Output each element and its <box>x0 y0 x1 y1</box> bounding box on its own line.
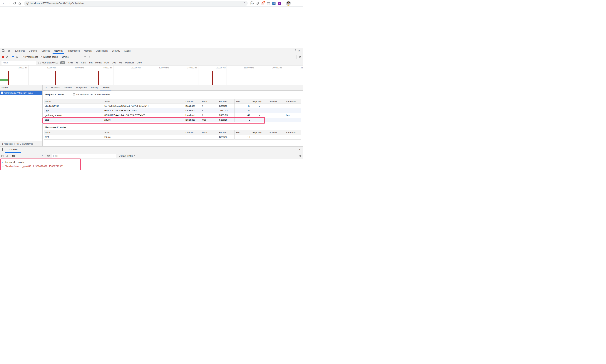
col-domain[interactable]: Domain <box>184 130 201 135</box>
network-settings-gear-icon[interactable] <box>298 56 301 58</box>
col-domain[interactable]: Domain <box>184 99 201 104</box>
sitemap-extension-icon[interactable] <box>261 2 264 5</box>
url-text[interactable]: localhost:45678/xss/writeCookie?httpOnly… <box>30 2 84 5</box>
cookie-row-test[interactable]: test zhuye localhost /xss Session 9 <box>44 118 301 122</box>
request-row-selected[interactable]: writeCookie?httpOnly=false <box>0 91 42 95</box>
col-samesite[interactable]: SameSite <box>285 99 301 104</box>
forward-icon[interactable]: → <box>7 1 12 6</box>
console-clear-icon[interactable] <box>6 155 8 157</box>
col-httponly[interactable]: HttpOnly <box>251 99 268 104</box>
tab-security[interactable]: Security <box>110 48 122 54</box>
col-size[interactable]: Size <box>235 99 251 104</box>
col-value[interactable]: Value <box>103 130 184 135</box>
search-icon[interactable] <box>16 56 18 58</box>
col-value[interactable]: Value <box>103 99 184 104</box>
device-toolbar-icon[interactable] <box>6 49 11 53</box>
tab-console[interactable]: Console <box>27 48 40 54</box>
col-expires[interactable]: Expires / ... <box>218 130 235 135</box>
detail-tab-headers[interactable]: Headers <box>49 85 62 91</box>
console-settings-gear-icon[interactable] <box>299 155 302 157</box>
tab-network[interactable]: Network <box>52 48 65 54</box>
tab-application[interactable]: Application <box>94 48 109 54</box>
tab-elements[interactable]: Elements <box>13 48 27 54</box>
back-icon[interactable]: ← <box>1 1 7 6</box>
filter-type-js[interactable]: JS <box>76 61 79 64</box>
tab-sources[interactable]: Sources <box>40 48 52 54</box>
requests-name-header[interactable]: Name <box>0 85 42 91</box>
col-path[interactable]: Path <box>201 99 218 104</box>
filter-funnel-icon[interactable] <box>12 56 14 58</box>
filter-type-ws[interactable]: WS <box>119 61 122 64</box>
disable-cache-checkbox[interactable] <box>40 56 42 58</box>
address-bar[interactable]: i localhost:45678/xss/writeCookie?httpOn… <box>24 1 248 6</box>
filter-type-doc[interactable]: Doc <box>112 61 116 64</box>
inspect-element-icon[interactable] <box>1 49 6 53</box>
tab-audits[interactable]: Audits <box>122 48 133 54</box>
filter-type-xhr[interactable]: XHR <box>68 61 73 64</box>
import-har-icon[interactable] <box>84 56 86 58</box>
col-expires[interactable]: Expires / ... <box>218 99 235 104</box>
console-sidebar-icon[interactable] <box>1 155 4 157</box>
shield-extension-icon[interactable] <box>256 2 259 5</box>
col-path[interactable]: Path <box>201 130 218 135</box>
detail-tab-timing[interactable]: Timing <box>89 85 100 91</box>
tab-performance[interactable]: Performance <box>65 48 82 54</box>
filter-type-css[interactable]: CSS <box>81 61 86 64</box>
live-expression-eye-icon[interactable] <box>47 155 50 157</box>
reload-icon[interactable] <box>12 1 17 6</box>
filter-type-all[interactable]: All <box>60 61 65 64</box>
timeline-handle[interactable] <box>0 66 0 70</box>
braces-extension-icon[interactable]: {…} <box>250 1 254 5</box>
throttling-select[interactable]: Online ▼ <box>61 56 81 58</box>
devtools-menu-icon[interactable] <box>295 49 296 52</box>
show-filtered-checkbox[interactable] <box>73 93 75 96</box>
col-httponly[interactable]: HttpOnly <box>251 130 268 135</box>
filter-type-manifest[interactable]: Manifest <box>125 61 134 64</box>
devtools-close-icon[interactable]: × <box>297 49 301 53</box>
filter-type-other[interactable]: Other <box>137 61 142 64</box>
col-size[interactable]: Size <box>235 130 251 135</box>
col-secure[interactable]: Secure <box>268 130 285 135</box>
profile-avatar[interactable] <box>286 1 291 6</box>
s-extension-icon[interactable]: S <box>272 2 276 5</box>
filter-type-media[interactable]: Media <box>95 61 102 64</box>
col-name[interactable]: Name <box>44 99 103 104</box>
bookmark-star-icon[interactable]: ☆ <box>243 1 246 5</box>
cookie-row-grafana-session[interactable]: grafana_session 00b65787a441a24ca18c915b… <box>44 113 301 118</box>
detail-tab-cookies[interactable]: Cookies <box>100 85 112 91</box>
clear-icon[interactable] <box>6 56 8 58</box>
detail-close-icon[interactable]: × <box>43 86 49 89</box>
export-har-icon[interactable] <box>88 56 91 58</box>
col-secure[interactable]: Secure <box>268 99 285 104</box>
preserve-log-checkbox[interactable] <box>22 56 25 58</box>
network-overview-timeline[interactable]: 20000 ms 40000 ms 60000 ms 80000 ms 1000… <box>0 65 303 85</box>
filter-type-font[interactable]: Font <box>104 61 109 64</box>
home-icon[interactable] <box>17 1 22 6</box>
tab-memory[interactable]: Memory <box>82 48 94 54</box>
col-name[interactable]: Name <box>44 130 103 135</box>
console-context-select[interactable]: top ▼ <box>12 155 43 157</box>
record-icon[interactable] <box>2 56 4 58</box>
disable-cache-control[interactable]: Disable cache <box>40 56 58 58</box>
col-samesite[interactable]: SameSite <box>285 130 301 135</box>
console-filter-input[interactable] <box>52 154 116 158</box>
cookie-row-jsessionid[interactable]: JSESSIONID 6C7076B2653A48CB55576D75F9E5C… <box>44 104 301 108</box>
cookie-row-ga[interactable]: _ga GA1.1.907472498.1580877998 localhost… <box>44 108 301 113</box>
filter-type-img[interactable]: Img <box>89 61 93 64</box>
response-cookie-row-test[interactable]: test zhuye Session 10 <box>44 135 301 140</box>
drawer-tab-console[interactable]: Console <box>5 146 22 153</box>
preserve-log-control[interactable]: Preserve log <box>22 56 38 58</box>
console-close-icon[interactable]: × <box>296 148 303 152</box>
show-filtered-control[interactable]: show filtered out request cookies <box>73 93 110 96</box>
rp-extension-icon[interactable]: RP <box>278 2 281 5</box>
console-levels-select[interactable]: Default levels ▼ <box>119 155 135 157</box>
browser-menu-icon[interactable] <box>293 2 293 5</box>
drawer-menu-icon[interactable] <box>0 148 5 151</box>
grid-extension-icon[interactable] <box>267 2 270 5</box>
network-filter-input[interactable] <box>1 61 36 65</box>
hide-data-urls-control[interactable]: Hide data URLs <box>38 61 58 64</box>
detail-tab-response[interactable]: Response <box>74 85 89 91</box>
hide-data-urls-checkbox[interactable] <box>38 62 41 64</box>
page-info-icon[interactable]: i <box>26 2 29 5</box>
detail-tab-preview[interactable]: Preview <box>62 85 74 91</box>
